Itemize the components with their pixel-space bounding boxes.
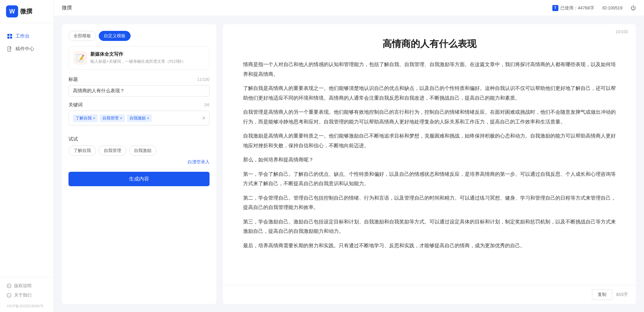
paragraph-5: 那么，如何培养和提高情商呢？ xyxy=(243,155,616,165)
title-count: 11/100 xyxy=(197,77,210,82)
usage-info: T 已使用：44768字 xyxy=(552,5,594,11)
svg-text:i: i xyxy=(9,294,9,297)
preview-title: 高情商的人有什么表现 xyxy=(243,38,616,50)
paragraph-4: 自我激励是高情商人的重要特质之一。他们能够激励自己不断地追求目标和梦想，克服困难… xyxy=(243,131,616,150)
title-label: 标题 xyxy=(68,76,78,83)
keyword-close-self[interactable]: × xyxy=(93,116,95,120)
suggestions-chips: 了解自我 自我管理 自我激励 xyxy=(68,146,210,156)
power-icon[interactable]: ⏻ xyxy=(631,5,636,11)
right-panel: 10/100 高情商的人有什么表现 情商是指一个人对自己和他人的情感的认知和管理… xyxy=(223,24,636,304)
paragraph-1: 情商是指一个人对自己和他人的情感的认知和管理能力，包括了解自我、自我管理、自我激… xyxy=(243,60,616,79)
template-tabs: 全部模板 自定义模板 xyxy=(68,31,210,41)
suggestions: 试试 了解自我 自我管理 自我激励 白漂空录入 xyxy=(68,136,210,165)
keyword-close-motivation[interactable]: × xyxy=(147,116,149,120)
suggestions-clear-label[interactable]: 白漂空录入 xyxy=(68,159,210,165)
keywords-label: 关键词 xyxy=(68,102,83,108)
copyright-icon: © xyxy=(7,283,11,288)
usage-text: 已使用：44768字 xyxy=(560,5,594,11)
copy-button[interactable]: 复制 xyxy=(592,289,612,300)
generate-button[interactable]: 生成内容 xyxy=(68,172,210,186)
paragraph-6: 第一，学会了解自己。了解自己的优点、缺点、个性特质和偏好，以及自己的情感状态和情… xyxy=(243,169,616,189)
sidebar-footer: © 版权说明 i 关于我们 xyxy=(0,277,53,304)
sidebar: W 微撰 工作台 稿件中心 xyxy=(0,0,54,312)
keyword-close-management[interactable]: × xyxy=(120,116,122,120)
paragraph-9: 最后，培养高情商需要长期的努力和实践。只有通过不断地学习、反思和实践，才能够提高… xyxy=(243,241,616,251)
title-input[interactable] xyxy=(68,85,210,97)
logo: W 微撰 xyxy=(0,0,53,23)
suggestion-understand-self[interactable]: 了解自我 xyxy=(68,146,96,156)
left-panel: ‹ 全部模板 自定义模板 📝 新媒体全文写作 输入标题+关键词，一键准确生成所需… xyxy=(62,24,216,304)
suggestion-self-management[interactable]: 自我管理 xyxy=(99,146,126,156)
preview-body: 情商是指一个人对自己和他人的情感的认知和管理能力，包括了解自我、自我管理、自我激… xyxy=(243,60,616,250)
keywords-clear-btn[interactable]: ✕ xyxy=(202,115,206,121)
sidebar-item-drafts-label: 稿件中心 xyxy=(15,46,34,52)
logo-text: 微撰 xyxy=(20,7,32,15)
keyword-text: 了解自我 xyxy=(76,115,92,121)
svg-text:©: © xyxy=(8,285,10,287)
header-right: T 已使用：44768字 ID:100519 ⏻ xyxy=(552,5,636,11)
footer-copyright[interactable]: © 版权说明 xyxy=(7,283,47,289)
info-icon: i xyxy=(7,293,11,298)
word-count: 815字 xyxy=(616,292,628,298)
usage-icon: T xyxy=(552,5,558,11)
tool-card[interactable]: 📝 新媒体全文写作 输入标题+关键词，一键准确生成所需文章（约15秒） xyxy=(68,46,210,70)
sidebar-item-workbench-label: 工作台 xyxy=(15,33,30,39)
suggestion-self-motivation[interactable]: 自我激励 xyxy=(129,146,156,156)
svg-rect-2 xyxy=(7,37,9,39)
header: 微撰 T 已使用：44768字 ID:100519 ⏻ xyxy=(54,0,644,16)
paragraph-8: 第三，学会激励自己。激励自己包括设定目标和计划、自我激励和自我奖励等方式。可以通… xyxy=(243,217,616,236)
tool-card-title: 新媒体全文写作 xyxy=(90,51,204,57)
sidebar-nav: 工作台 稿件中心 xyxy=(0,23,53,277)
svg-rect-0 xyxy=(7,34,9,36)
svg-rect-1 xyxy=(10,34,12,36)
preview-content: 10/100 高情商的人有什么表现 情商是指一个人对自己和他人的情感的认知和管理… xyxy=(223,24,636,285)
content: ‹ 全部模板 自定义模板 📝 新媒体全文写作 输入标题+关键词，一键准确生成所需… xyxy=(54,16,644,312)
file-icon xyxy=(7,46,13,52)
tool-card-icon: 📝 xyxy=(74,51,87,65)
main: 微撰 T 已使用：44768字 ID:100519 ⏻ ‹ 全部模板 自定义模板… xyxy=(54,0,644,312)
paragraph-2: 了解自我是高情商人的重要表现之一。他们能够清楚地认识自己的优点和缺点，以及自己的… xyxy=(243,84,616,103)
keyword-tag-self[interactable]: 了解自我 × xyxy=(73,114,98,122)
keywords-label-row: 关键词 3/6 xyxy=(68,102,210,108)
paragraph-7: 第二，学会管理自己。管理自己包括控制自己的情绪、行为和言语，以及管理自己的时间和… xyxy=(243,193,616,212)
keyword-tag-motivation[interactable]: 自我激励 × xyxy=(127,114,152,122)
keyword-tag-management[interactable]: 自我管理 × xyxy=(100,114,125,122)
tool-card-info: 新媒体全文写作 输入标题+关键词，一键准确生成所需文章（约15秒） xyxy=(90,51,204,64)
sidebar-item-drafts[interactable]: 稿件中心 xyxy=(0,43,53,55)
tab-all-templates[interactable]: 全部模板 xyxy=(68,31,96,41)
keyword-text: 自我管理 xyxy=(102,115,119,121)
preview-footer: 复制 815字 xyxy=(223,285,636,304)
keywords-count: 3/6 xyxy=(204,103,210,107)
grid-icon xyxy=(7,33,13,39)
header-title: 微撰 xyxy=(62,5,72,11)
tab-custom-templates[interactable]: 自定义模板 xyxy=(99,31,131,41)
suggestions-label: 试试 xyxy=(68,136,210,142)
tool-card-desc: 输入标题+关键词，一键准确生成所需文章（约15秒） xyxy=(90,59,204,64)
footer-about[interactable]: i 关于我们 xyxy=(7,292,47,298)
sidebar-item-workbench[interactable]: 工作台 xyxy=(0,30,53,43)
user-id: ID:100519 xyxy=(602,5,623,10)
keywords-box[interactable]: 了解自我 × 自我管理 × 自我激励 × ✕ xyxy=(68,111,210,125)
title-section: 标题 11/100 xyxy=(68,76,210,97)
logo-icon: W xyxy=(6,5,18,17)
keywords-section: 关键词 3/6 了解自我 × 自我管理 × 自我激励 × xyxy=(68,102,210,125)
preview-counter: 10/100 xyxy=(615,30,628,34)
svg-rect-3 xyxy=(10,37,12,39)
title-label-row: 标题 11/100 xyxy=(68,76,210,83)
paragraph-3: 自我管理是高情商人的另一个重要表现。他们能够有效地控制自己的言行和行为，控制自己… xyxy=(243,107,616,126)
icp-text: ©ICP备2022016946号 xyxy=(0,304,53,312)
keyword-text: 自我激励 xyxy=(130,115,146,121)
